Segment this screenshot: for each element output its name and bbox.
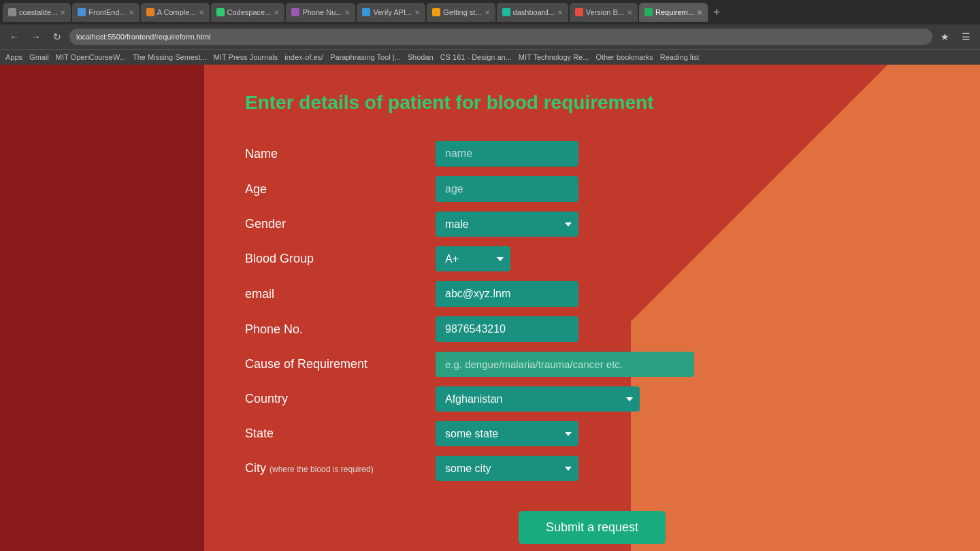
page-title: Enter details of patient for blood requi… — [245, 92, 939, 114]
new-tab-button[interactable]: + — [709, 4, 725, 21]
tab-favicon — [8, 8, 16, 16]
blood-group-label: Blood Group — [245, 252, 422, 266]
country-select[interactable]: Afghanistan India USA UK Canada — [436, 386, 640, 412]
tab-favicon — [432, 8, 440, 16]
city-sublabel: (where the blood is required) — [270, 465, 374, 474]
bookmark-index[interactable]: index-of.es/ — [284, 53, 323, 61]
tab-getting[interactable]: Getting st... ✕ — [427, 3, 495, 22]
phone-row: Phone No. — [245, 316, 939, 342]
tab-version[interactable]: Version B... ✕ — [570, 3, 638, 22]
tab-favicon — [78, 8, 86, 16]
email-input[interactable] — [436, 281, 578, 307]
bookmark-other[interactable]: Other bookmarks — [595, 53, 653, 61]
name-label: Name — [245, 147, 422, 161]
tab-favicon — [502, 8, 510, 16]
gender-select[interactable]: male female other — [436, 212, 578, 237]
close-icon[interactable]: ✕ — [697, 9, 702, 16]
nav-bar: ← → ↻ localhost:5500/frontend/requirefor… — [0, 24, 980, 49]
tab-favicon — [146, 8, 154, 16]
close-icon[interactable]: ✕ — [60, 9, 65, 16]
tab-favicon — [362, 8, 370, 16]
refresh-button[interactable]: ↻ — [49, 30, 65, 44]
bookmark-star[interactable]: ★ — [936, 30, 953, 44]
gender-label: Gender — [245, 217, 422, 231]
right-panel: Enter details of patient for blood requi… — [204, 65, 980, 551]
cause-label: Cause of Requirement — [245, 357, 422, 371]
state-label: State — [245, 427, 422, 441]
name-row: Name — [245, 141, 939, 167]
url-text: localhost:5500/frontend/requireform.html — [76, 33, 211, 41]
close-icon[interactable]: ✕ — [557, 9, 563, 16]
tab-codespace[interactable]: Codespace... ✕ — [211, 3, 285, 22]
submit-wrapper: Submit a request — [245, 490, 939, 544]
city-select[interactable]: some city City 1 City 2 — [436, 456, 578, 481]
country-row: Country Afghanistan India USA UK Canada — [245, 386, 939, 412]
phone-input[interactable] — [436, 316, 578, 342]
bookmark-missing-sem[interactable]: The Missing Semest... — [133, 53, 207, 61]
forward-button[interactable]: → — [27, 30, 45, 44]
phone-label: Phone No. — [245, 322, 422, 337]
tab-complete[interactable]: A Comple... ✕ — [141, 3, 210, 22]
address-bar[interactable]: localhost:5500/frontend/requireform.html — [69, 29, 932, 45]
close-icon[interactable]: ✕ — [485, 9, 490, 16]
cause-row: Cause of Requirement — [245, 352, 939, 377]
city-label: City (where the blood is required) — [245, 461, 422, 475]
tab-bar: coastalde... ✕ FrontEnd... ✕ A Comple...… — [0, 0, 980, 24]
gender-row: Gender male female other — [245, 212, 939, 237]
state-select[interactable]: some state State 1 State 2 — [436, 421, 578, 446]
bookmarks-bar: Apps Gmail MIT OpenCourseW... The Missin… — [0, 49, 980, 65]
page-wrapper: Enter details of patient for blood requi… — [0, 65, 980, 551]
bookmark-gmail[interactable]: Gmail — [29, 53, 49, 61]
close-icon[interactable]: ✕ — [627, 9, 632, 16]
close-icon[interactable]: ✕ — [414, 9, 420, 16]
tab-favicon — [644, 8, 653, 16]
age-row: Age — [245, 176, 939, 202]
extensions-button[interactable]: ☰ — [958, 30, 975, 44]
tab-favicon — [575, 8, 583, 16]
blood-group-select[interactable]: A+ A- B+ B- AB+ AB- O+ O- — [436, 246, 510, 271]
cause-input[interactable] — [436, 352, 694, 377]
email-label: email — [245, 287, 422, 301]
state-row: State some state State 1 State 2 — [245, 421, 939, 446]
country-label: Country — [245, 392, 422, 406]
bookmark-reading[interactable]: Reading list — [660, 53, 699, 61]
left-panel — [0, 65, 204, 551]
city-row: City (where the blood is required) some … — [245, 456, 939, 481]
age-input[interactable] — [436, 176, 578, 202]
name-input[interactable] — [436, 141, 578, 167]
tab-coastalde[interactable]: coastalde... ✕ — [3, 3, 71, 22]
bookmark-paraphrasing[interactable]: Paraphrasing Tool |... — [330, 53, 401, 61]
bookmark-apps[interactable]: Apps — [5, 53, 22, 61]
tab-favicon — [216, 8, 225, 16]
close-icon[interactable]: ✕ — [199, 9, 204, 16]
tab-verify[interactable]: Verify API... ✕ — [357, 3, 425, 22]
bookmark-cs161[interactable]: CS 161 - Design an... — [440, 53, 512, 61]
bookmark-mit-tech[interactable]: MIT Technology Re... — [519, 53, 589, 61]
bookmark-mit-press[interactable]: MIT Press Journals — [214, 53, 278, 61]
tab-favicon — [291, 8, 299, 16]
tab-frontend[interactable]: FrontEnd... ✕ — [72, 3, 139, 22]
tab-dashboard[interactable]: dashboard... ✕ — [497, 3, 568, 22]
tab-requirem[interactable]: Requirem... ✕ — [639, 3, 708, 22]
back-button[interactable]: ← — [5, 30, 23, 44]
age-label: Age — [245, 182, 422, 197]
close-icon[interactable]: ✕ — [129, 9, 134, 16]
tab-phone[interactable]: Phone Nu... ✕ — [286, 3, 355, 22]
browser-chrome: coastalde... ✕ FrontEnd... ✕ A Comple...… — [0, 0, 980, 65]
close-icon[interactable]: ✕ — [344, 9, 350, 16]
bookmark-shodan[interactable]: Shodan — [408, 53, 434, 61]
blood-group-row: Blood Group A+ A- B+ B- AB+ AB- O+ O- — [245, 246, 939, 271]
close-icon[interactable]: ✕ — [274, 9, 279, 16]
bookmark-mit-ocw[interactable]: MIT OpenCourseW... — [56, 53, 126, 61]
submit-button[interactable]: Submit a request — [519, 511, 666, 544]
email-row: email — [245, 281, 939, 307]
form-container: Name Age Gender male female other Blood … — [245, 141, 939, 544]
